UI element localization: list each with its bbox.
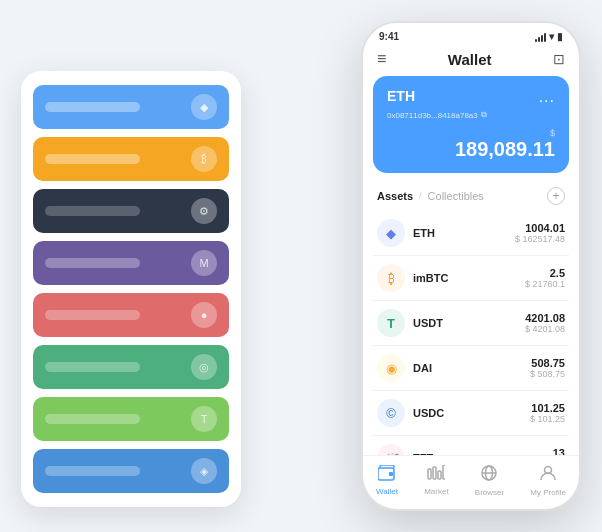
card-bar-4 bbox=[45, 258, 140, 268]
asset-item-usdc[interactable]: © USDC 101.25 $ 101.25 bbox=[373, 391, 569, 436]
asset-item-tft[interactable]: 🦋 TFT 13 0 bbox=[373, 436, 569, 455]
asset-icon-usdt: T bbox=[377, 309, 405, 337]
asset-values-usdc: 101.25 $ 101.25 bbox=[530, 402, 565, 424]
svg-rect-3 bbox=[433, 467, 436, 479]
tab-collectibles[interactable]: Collectibles bbox=[428, 190, 484, 202]
eth-card-menu[interactable]: ... bbox=[539, 88, 555, 106]
asset-name-usdt: USDT bbox=[413, 317, 525, 329]
asset-usd-eth: $ 162517.48 bbox=[515, 234, 565, 244]
asset-item-usdt[interactable]: T USDT 4201.08 $ 4201.08 bbox=[373, 301, 569, 346]
eth-balance: 189,089.11 bbox=[387, 138, 555, 161]
eth-address-text: 0x08711d3b...8418a78a3 bbox=[387, 111, 478, 120]
asset-name-usdc: USDC bbox=[413, 407, 530, 419]
asset-name-imbtc: imBTC bbox=[413, 272, 525, 284]
eth-card-name: ETH bbox=[387, 88, 415, 104]
card-bar-8 bbox=[45, 466, 140, 476]
asset-list: ◆ ETH 1004.01 $ 162517.48 ₿ imBTC 2.5 $ … bbox=[363, 211, 579, 455]
eth-card[interactable]: ETH ... 0x08711d3b...8418a78a3 ⧉ $ 189,0… bbox=[373, 76, 569, 173]
market-icon bbox=[427, 465, 445, 485]
asset-values-usdt: 4201.08 $ 4201.08 bbox=[525, 312, 565, 334]
svg-rect-1 bbox=[389, 472, 393, 476]
menu-icon[interactable]: ≡ bbox=[377, 50, 386, 68]
asset-amount-usdt: 4201.08 bbox=[525, 312, 565, 324]
card-icon-3: ⚙ bbox=[191, 198, 217, 224]
asset-amount-eth: 1004.01 bbox=[515, 222, 565, 234]
asset-icon-eth: ◆ bbox=[377, 219, 405, 247]
svg-rect-4 bbox=[438, 471, 441, 479]
asset-values-imbtc: 2.5 $ 21760.1 bbox=[525, 267, 565, 289]
nav-market-label: Market bbox=[424, 487, 448, 496]
profile-icon bbox=[539, 464, 557, 486]
asset-values-eth: 1004.01 $ 162517.48 bbox=[515, 222, 565, 244]
card-item-5[interactable]: ● bbox=[33, 293, 229, 337]
card-bar-5 bbox=[45, 310, 140, 320]
card-item-3[interactable]: ⚙ bbox=[33, 189, 229, 233]
asset-name-dai: DAI bbox=[413, 362, 530, 374]
asset-usd-dai: $ 508.75 bbox=[530, 369, 565, 379]
asset-amount-usdc: 101.25 bbox=[530, 402, 565, 414]
svg-rect-2 bbox=[428, 469, 431, 479]
card-icon-7: T bbox=[191, 406, 217, 432]
card-item-2[interactable]: ₿ bbox=[33, 137, 229, 181]
asset-icon-dai: ◉ bbox=[377, 354, 405, 382]
svg-rect-5 bbox=[443, 465, 445, 479]
asset-icon-tft: 🦋 bbox=[377, 444, 405, 455]
asset-item-dai[interactable]: ◉ DAI 508.75 $ 508.75 bbox=[373, 346, 569, 391]
balance-prefix: $ bbox=[550, 128, 555, 138]
copy-icon[interactable]: ⧉ bbox=[481, 110, 487, 120]
asset-values-dai: 508.75 $ 508.75 bbox=[530, 357, 565, 379]
scan-icon[interactable]: ⊡ bbox=[553, 51, 565, 67]
page-title: Wallet bbox=[448, 51, 492, 68]
card-item-7[interactable]: T bbox=[33, 397, 229, 441]
status-time: 9:41 bbox=[379, 31, 399, 42]
card-item-6[interactable]: ◎ bbox=[33, 345, 229, 389]
wallet-icon bbox=[378, 465, 396, 485]
asset-icon-usdc: © bbox=[377, 399, 405, 427]
tab-divider: / bbox=[419, 191, 422, 201]
add-asset-button[interactable]: + bbox=[547, 187, 565, 205]
card-icon-4: M bbox=[191, 250, 217, 276]
card-item-1[interactable]: ◆ bbox=[33, 85, 229, 129]
card-icon-6: ◎ bbox=[191, 354, 217, 380]
phone-mockup: 9:41 ▾ ▮ ≡ Wallet ⊡ ETH ... 0x08711d3b..… bbox=[361, 21, 581, 511]
asset-icon-imbtc: ₿ bbox=[377, 264, 405, 292]
nav-profile[interactable]: My Profile bbox=[530, 464, 566, 497]
bottom-nav: Wallet Market bbox=[363, 455, 579, 509]
card-icon-8: ◈ bbox=[191, 458, 217, 484]
eth-balance-label: $ bbox=[387, 128, 555, 138]
asset-amount-tft: 13 bbox=[553, 447, 565, 455]
nav-browser-label: Browser bbox=[475, 488, 504, 497]
card-stack: ◆ ₿ ⚙ M ● ◎ T ◈ bbox=[21, 71, 241, 507]
card-item-4[interactable]: M bbox=[33, 241, 229, 285]
tab-assets[interactable]: Assets bbox=[377, 190, 413, 202]
asset-item-imbtc[interactable]: ₿ imBTC 2.5 $ 21760.1 bbox=[373, 256, 569, 301]
phone-header: ≡ Wallet ⊡ bbox=[363, 46, 579, 76]
card-icon-5: ● bbox=[191, 302, 217, 328]
card-bar-3 bbox=[45, 206, 140, 216]
assets-header: Assets / Collectibles + bbox=[363, 183, 579, 211]
status-bar: 9:41 ▾ ▮ bbox=[363, 23, 579, 46]
card-bar-6 bbox=[45, 362, 140, 372]
nav-browser[interactable]: Browser bbox=[475, 464, 504, 497]
card-bar-1 bbox=[45, 102, 140, 112]
card-icon-1: ◆ bbox=[191, 94, 217, 120]
asset-values-tft: 13 0 bbox=[553, 447, 565, 455]
asset-usd-imbtc: $ 21760.1 bbox=[525, 279, 565, 289]
status-icons: ▾ ▮ bbox=[535, 31, 563, 42]
scene: ◆ ₿ ⚙ M ● ◎ T ◈ bbox=[21, 21, 581, 511]
asset-amount-dai: 508.75 bbox=[530, 357, 565, 369]
nav-profile-label: My Profile bbox=[530, 488, 566, 497]
assets-tabs: Assets / Collectibles bbox=[377, 190, 484, 202]
nav-wallet[interactable]: Wallet bbox=[376, 465, 398, 496]
eth-address: 0x08711d3b...8418a78a3 ⧉ bbox=[387, 110, 555, 120]
asset-item-eth[interactable]: ◆ ETH 1004.01 $ 162517.48 bbox=[373, 211, 569, 256]
card-item-8[interactable]: ◈ bbox=[33, 449, 229, 493]
asset-usd-usdc: $ 101.25 bbox=[530, 414, 565, 424]
asset-usd-usdt: $ 4201.08 bbox=[525, 324, 565, 334]
wifi-icon: ▾ bbox=[549, 31, 554, 42]
card-bar-7 bbox=[45, 414, 140, 424]
card-icon-2: ₿ bbox=[191, 146, 217, 172]
nav-wallet-label: Wallet bbox=[376, 487, 398, 496]
nav-market[interactable]: Market bbox=[424, 465, 448, 496]
eth-card-top: ETH ... bbox=[387, 88, 555, 106]
